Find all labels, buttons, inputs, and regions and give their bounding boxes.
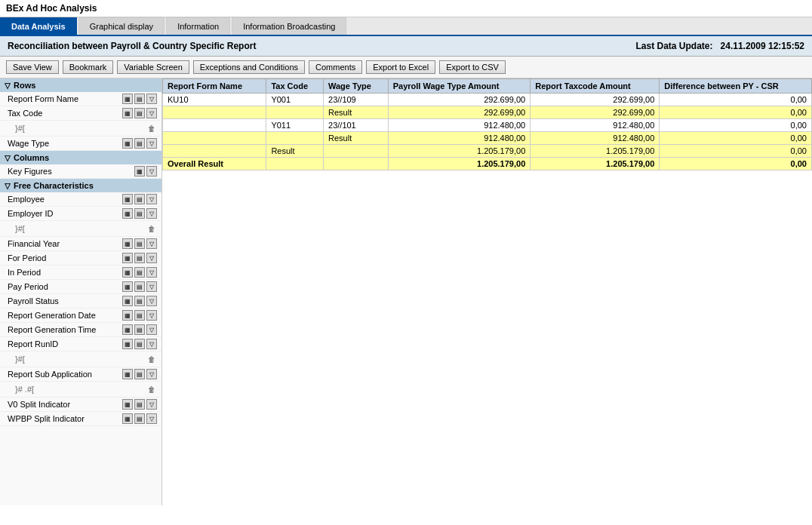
filter-icon[interactable]: ▤ xyxy=(134,138,145,149)
table-icon[interactable]: ▦ xyxy=(122,399,133,410)
tab-information[interactable]: Information xyxy=(166,17,230,35)
left-row-label: V0 Split Indicator xyxy=(8,400,122,409)
table-cell xyxy=(266,158,324,170)
table-icon[interactable]: ▦ xyxy=(122,238,133,249)
filter-icon[interactable]: ▤ xyxy=(134,194,145,204)
left-row-report-sub-application: Report Sub Application ▦ ▤ ▽ xyxy=(0,367,161,382)
left-row-bracket-3: }#[ 🗑 xyxy=(0,352,161,367)
bracket-label: }#[ xyxy=(8,122,146,134)
filter-icon[interactable]: ▤ xyxy=(134,238,145,249)
table-icon[interactable]: ▦ xyxy=(122,253,133,263)
tab-data-analysis[interactable]: Data Analysis xyxy=(0,17,77,35)
row-icons: ▦ ▤ ▽ xyxy=(122,310,157,321)
filter-icon[interactable]: ▤ xyxy=(134,413,145,424)
trash-icon[interactable]: 🗑 xyxy=(146,225,157,233)
rows-toggle[interactable]: ▽ xyxy=(5,81,11,90)
filter-icon[interactable]: ▤ xyxy=(134,208,145,219)
table-cell: 23//109 xyxy=(324,94,389,106)
table-icon[interactable]: ▦ xyxy=(122,281,133,292)
app-title: BEx Ad Hoc Analysis xyxy=(6,3,97,14)
trash-icon[interactable]: 🗑 xyxy=(146,124,157,133)
left-row-label: Report Generation Date xyxy=(8,311,122,320)
tab-information-broadcasting[interactable]: Information Broadcasting xyxy=(232,17,346,35)
table-icon[interactable]: ▦ xyxy=(122,339,133,349)
table-icon[interactable]: ▦ xyxy=(122,208,133,219)
table-icon[interactable]: ▦ xyxy=(122,369,133,379)
table-icon[interactable]: ▦ xyxy=(122,108,133,118)
filter-icon[interactable]: ▤ xyxy=(134,94,145,104)
funnel-icon[interactable]: ▽ xyxy=(146,108,157,118)
trash-icon[interactable]: 🗑 xyxy=(146,355,157,364)
save-view-button[interactable]: Save View xyxy=(6,60,59,74)
table-icon[interactable]: ▦ xyxy=(122,413,133,424)
funnel-icon[interactable]: ▽ xyxy=(146,310,157,321)
comments-button[interactable]: Comments xyxy=(309,60,362,74)
row-icons: ▦ ▤ ▽ xyxy=(122,399,157,410)
tab-graphical-display[interactable]: Graphical display xyxy=(78,17,165,35)
left-row-label: Employer ID xyxy=(8,209,122,218)
table-cell: 1.205.179,00 xyxy=(531,145,660,158)
left-row-in-period: In Period ▦ ▤ ▽ xyxy=(0,266,161,280)
left-row-label: Tax Code xyxy=(8,109,122,118)
table-icon[interactable]: ▦ xyxy=(122,194,133,204)
left-row-v0-split: V0 Split Indicator ▦ ▤ ▽ xyxy=(0,398,161,412)
free-chars-toggle[interactable]: ▽ xyxy=(5,182,11,190)
funnel-icon[interactable]: ▽ xyxy=(146,413,157,424)
table-icon[interactable]: ▦ xyxy=(122,267,133,278)
table-cell xyxy=(163,145,266,158)
table-icon[interactable]: ▦ xyxy=(122,138,133,149)
funnel-icon[interactable]: ▽ xyxy=(146,253,157,263)
export-csv-button[interactable]: Export to CSV xyxy=(439,60,506,74)
table-icon[interactable]: ▦ xyxy=(122,296,133,306)
row-icons: ▦ ▽ xyxy=(134,166,157,177)
columns-toggle[interactable]: ▽ xyxy=(5,154,11,162)
funnel-icon[interactable]: ▽ xyxy=(146,267,157,278)
filter-icon[interactable]: ▤ xyxy=(134,339,145,349)
exceptions-conditions-button[interactable]: Exceptions and Conditions xyxy=(193,60,305,74)
filter-icon[interactable]: ▤ xyxy=(134,253,145,263)
trash-icon[interactable]: 🗑 xyxy=(146,385,157,394)
funnel-icon[interactable]: ▽ xyxy=(146,324,157,335)
table-icon[interactable]: ▦ xyxy=(122,310,133,321)
funnel-icon[interactable]: ▽ xyxy=(146,238,157,249)
table-icon[interactable]: ▦ xyxy=(134,166,145,177)
funnel-icon[interactable]: ▽ xyxy=(146,166,157,177)
main-area: ▽ Rows Report Form Name ▦ ▤ ▽ Tax Code ▦… xyxy=(0,78,812,505)
row-icons: ▦ ▤ ▽ xyxy=(122,253,157,263)
variable-screen-button[interactable]: Variable Screen xyxy=(117,60,189,74)
row-icons: ▦ ▤ ▽ xyxy=(122,413,157,424)
filter-icon[interactable]: ▤ xyxy=(134,296,145,306)
table-row: Y01123//101912.480,00912.480,000,00 xyxy=(163,119,812,132)
left-row-label: Wage Type xyxy=(8,139,122,148)
funnel-icon[interactable]: ▽ xyxy=(146,296,157,306)
left-row-label: Report Form Name xyxy=(8,94,122,103)
left-row-label: Report Sub Application xyxy=(8,370,122,379)
filter-icon[interactable]: ▤ xyxy=(134,108,145,118)
funnel-icon[interactable]: ▽ xyxy=(146,399,157,410)
rows-label: Rows xyxy=(14,81,35,90)
funnel-icon[interactable]: ▽ xyxy=(146,94,157,104)
table-icon[interactable]: ▦ xyxy=(122,324,133,335)
filter-icon[interactable]: ▤ xyxy=(134,310,145,321)
bracket-label: }#[ xyxy=(8,223,146,235)
funnel-icon[interactable]: ▽ xyxy=(146,138,157,149)
bookmark-button[interactable]: Bookmark xyxy=(63,60,114,74)
filter-icon[interactable]: ▤ xyxy=(134,324,145,335)
report-header: Reconciliation between Payroll & Country… xyxy=(0,36,812,57)
funnel-icon[interactable]: ▽ xyxy=(146,339,157,349)
funnel-icon[interactable]: ▽ xyxy=(146,194,157,204)
funnel-icon[interactable]: ▽ xyxy=(146,369,157,379)
filter-icon[interactable]: ▤ xyxy=(134,281,145,292)
data-table: Report Form Name Tax Code Wage Type Payr… xyxy=(162,78,812,170)
left-row-report-form-name: Report Form Name ▦ ▤ ▽ xyxy=(0,92,161,106)
filter-icon[interactable]: ▤ xyxy=(134,267,145,278)
table-cell: 912.480,00 xyxy=(388,119,531,132)
filter-icon[interactable]: ▤ xyxy=(134,369,145,379)
export-excel-button[interactable]: Export to Excel xyxy=(366,60,435,74)
table-icon[interactable]: ▦ xyxy=(122,94,133,104)
table-cell: Y001 xyxy=(266,94,324,106)
filter-icon[interactable]: ▤ xyxy=(134,399,145,410)
table-cell: 292.699,00 xyxy=(531,94,660,106)
funnel-icon[interactable]: ▽ xyxy=(146,281,157,292)
funnel-icon[interactable]: ▽ xyxy=(146,208,157,219)
